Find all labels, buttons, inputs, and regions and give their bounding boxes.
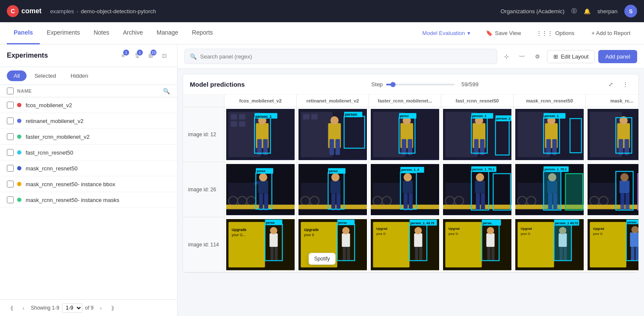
tab-reports[interactable]: Reports (185, 22, 220, 44)
main-layout: Experiments ≡ 1 ⇅ 1 ⊞ 15 ⊡ (0, 44, 644, 316)
sort-button[interactable]: ⇅ 1 (131, 50, 143, 61)
notification-icon[interactable]: 🔔 (584, 8, 591, 15)
table-row: image id: 26 (183, 162, 638, 217)
experiment-search-button[interactable]: 🔍 (163, 88, 170, 94)
experiment-item-6[interactable]: mask_rcnn_resnet50- instance bbox (0, 176, 177, 192)
zoom-icon-button[interactable]: ⊹ (501, 52, 512, 61)
org-label[interactable]: Organizations (Academic) (500, 8, 564, 15)
svg-text:perso: perso (329, 169, 338, 173)
svg-point-69 (259, 173, 267, 181)
img-bg-r3-fast: Upgrad your G (443, 219, 511, 270)
img-cell-r1-c6[interactable] (586, 107, 638, 162)
experiment-item-7[interactable]: mask_rcnn_resnet50- instance masks (0, 192, 177, 208)
svg-text:Upgrade: Upgrade (304, 228, 319, 232)
svg-point-18 (331, 116, 339, 124)
tab-manage[interactable]: Manage (150, 22, 185, 44)
svg-rect-154 (343, 247, 346, 260)
img-cell-r3-c5[interactable]: Upgrad your G (514, 217, 586, 272)
prev-page-button[interactable]: ‹ (19, 303, 28, 313)
filter-selected[interactable]: Selected (27, 70, 63, 81)
columns-button[interactable]: ⊞ 15 (145, 50, 157, 61)
expand-panel-button[interactable]: ⤢ (605, 79, 617, 89)
exp-checkbox-3[interactable] (7, 133, 14, 140)
svg-rect-198 (631, 247, 635, 260)
img-cell-r2-c3[interactable]: person_1_4 (369, 162, 441, 217)
avatar[interactable]: S (624, 5, 637, 18)
settings-icon-button[interactable]: ⚙ (532, 52, 544, 61)
svg-rect-20 (335, 139, 340, 155)
img-cell-r2-c2[interactable]: perso (297, 162, 369, 217)
svg-rect-136 (638, 174, 638, 210)
svg-rect-38 (480, 139, 484, 155)
img-cell-r2-c4[interactable]: person_1_70.1 (441, 162, 514, 217)
tab-panels[interactable]: Panels (7, 22, 40, 44)
help-icon[interactable]: ⓪ (571, 7, 577, 15)
experiment-item-5[interactable]: mask_rcnn_resnet50 (0, 161, 177, 176)
tab-experiments[interactable]: Experiments (40, 22, 87, 44)
img-cell-r2-c6[interactable] (586, 162, 638, 217)
img-cell-r1-c2[interactable]: person (297, 107, 369, 162)
exp-label-6: mask_rcnn_resnet50- instance bbox (26, 181, 115, 187)
img-cell-r3-c6[interactable]: Upgrad your G (586, 217, 638, 272)
img-cell-r2-c5[interactable]: person_1_70.1 (514, 162, 586, 217)
svg-text:person_1 43.72: person_1 43.72 (555, 221, 578, 225)
experiment-item-1[interactable]: fcos_mobilenet_v2 (0, 97, 177, 113)
img-cell-r1-c4[interactable]: person_1 person_1 (441, 107, 514, 162)
svg-text:person_1: person_1 (472, 114, 486, 118)
model-eval-button[interactable]: Model Evaluation ▾ (417, 27, 476, 39)
img-cell-r3-c3[interactable]: Upgrad your G (369, 217, 441, 272)
select-all-checkbox[interactable] (7, 88, 14, 94)
exp-checkbox-6[interactable] (7, 181, 14, 187)
filter-button[interactable]: ≡ 1 (117, 50, 129, 61)
exp-checkbox-7[interactable] (7, 196, 14, 203)
exp-checkbox-2[interactable] (7, 117, 14, 124)
page-size-select[interactable]: 1-9 (62, 303, 83, 313)
last-page-button[interactable]: ⟫ (108, 303, 118, 313)
svg-text:your G: your G (449, 232, 458, 236)
svg-point-142 (270, 227, 277, 234)
svg-text:your G: your G (593, 232, 603, 236)
img-bg-r3-mask: Upgrad your G (515, 219, 584, 270)
breadcrumb-project[interactable]: demo-object-detection-pytorch (81, 8, 156, 15)
wave-icon-button[interactable]: 〰 (516, 52, 528, 61)
experiment-item-2[interactable]: retinanet_mobilenet_v2 (0, 113, 177, 129)
svg-rect-93 (403, 181, 413, 193)
experiment-item-3[interactable]: faster_rcnn_mobilenet_v2 (0, 129, 177, 145)
img-r1-mask: person_1 (515, 109, 584, 160)
filter-hidden[interactable]: Hidden (64, 70, 95, 81)
img-cell-r3-c4[interactable]: Upgrad your G (441, 217, 514, 272)
img-cell-r2-c1[interactable]: perso (225, 162, 297, 217)
step-slider[interactable] (386, 84, 455, 85)
add-panel-button[interactable]: Add panel (598, 50, 637, 63)
breadcrumb-examples[interactable]: examples (50, 8, 74, 15)
experiment-item-4[interactable]: fast_rcnn_resnet50 (0, 145, 177, 161)
of-text: of 9 (85, 305, 94, 311)
grid-view-button[interactable]: ⊡ (158, 50, 170, 61)
svg-rect-3 (239, 114, 245, 120)
options-button[interactable]: ⋮⋮⋮ Options (531, 27, 579, 39)
img-cell-r1-c3[interactable]: perso (369, 107, 441, 162)
img-r2-fast: person_1_70.1 (443, 164, 511, 215)
logo[interactable]: C comet (7, 5, 41, 17)
filter-all[interactable]: All (7, 70, 27, 81)
exp-checkbox-4[interactable] (7, 149, 14, 156)
exp-checkbox-5[interactable] (7, 165, 14, 172)
exp-checkbox-1[interactable] (7, 102, 14, 108)
panel-search-input[interactable] (200, 53, 492, 60)
search-input-wrapper[interactable]: 🔍 (184, 49, 497, 64)
table-row: image id: 114 (183, 217, 638, 272)
add-to-report-button[interactable]: + Add to Report (585, 26, 637, 40)
next-page-button[interactable]: › (96, 303, 106, 313)
svg-text:Upgrad: Upgrad (593, 227, 605, 231)
edit-layout-button[interactable]: ⊞ Edit Layout (547, 50, 595, 63)
tab-notes[interactable]: Notes (87, 22, 116, 44)
chevron-down-icon: ▾ (467, 30, 470, 36)
img-cell-r1-c5[interactable]: person_1 (514, 107, 586, 162)
save-view-button[interactable]: 🔖 Save View (481, 27, 526, 39)
first-page-button[interactable]: ⟪ (7, 303, 16, 313)
img-cell-r3-c1[interactable]: Upgrade your G... (225, 217, 297, 272)
tab-archive[interactable]: Archive (116, 22, 150, 44)
panel-more-button[interactable]: ⋮ (619, 79, 632, 89)
img-cell-r1-c1[interactable]: person_1 (225, 107, 297, 162)
svg-rect-165 (415, 247, 418, 260)
